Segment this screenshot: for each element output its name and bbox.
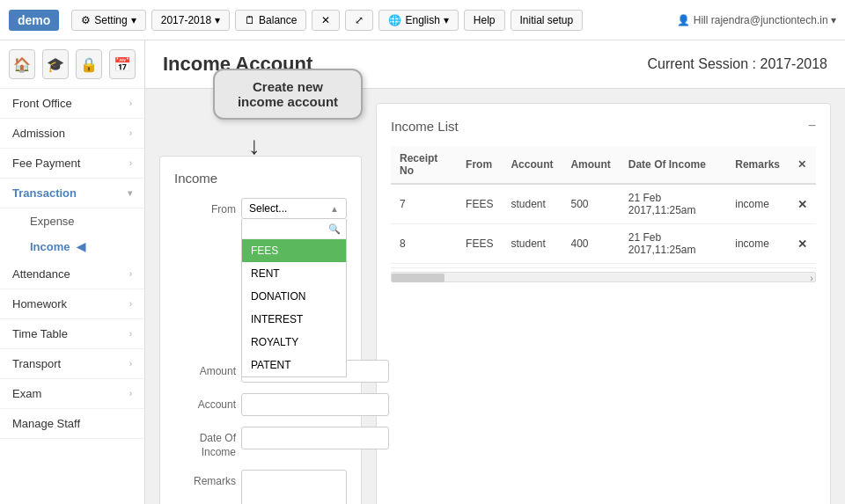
user-icon: 👤 bbox=[677, 14, 690, 26]
dropdown-search-input[interactable] bbox=[247, 223, 328, 235]
sidebar-item-homework[interactable]: Homework › bbox=[0, 289, 144, 319]
sidebar-item-transaction[interactable]: Transaction ▾ bbox=[0, 179, 144, 208]
option-royalty[interactable]: ROYALTY bbox=[242, 331, 346, 354]
cell-remarks: income bbox=[726, 224, 789, 264]
sidebar-item-attendance[interactable]: Attendance › bbox=[0, 259, 144, 289]
dropdown-menu: 🔍 FEES RENT DONATION INTEREST ROYALTY PA… bbox=[241, 219, 347, 377]
main-layout: 🏠 🎓 🔒 📅 Front Office › Admission › Fee P… bbox=[0, 40, 845, 504]
chevron-up-icon: ▲ bbox=[330, 204, 339, 214]
option-rent[interactable]: RENT bbox=[242, 262, 346, 285]
from-dropdown[interactable]: ▲ 🔍 FEES RENT DONATION INTEREST ROYALTY bbox=[241, 198, 347, 219]
lock-icon[interactable]: 🔒 bbox=[76, 49, 102, 79]
col-delete: ✕ bbox=[789, 146, 816, 184]
col-amount: Amount bbox=[562, 146, 619, 184]
sidebar-item-fee-payment[interactable]: Fee Payment › bbox=[0, 149, 144, 179]
cell-receipt_no: 8 bbox=[391, 224, 457, 264]
initial-setup-button[interactable]: Initial setup bbox=[511, 10, 584, 31]
chevron-down-icon: ▾ bbox=[215, 14, 220, 26]
sidebar-item-timetable[interactable]: Time Table › bbox=[0, 319, 144, 349]
language-button[interactable]: 🌐 English ▾ bbox=[378, 10, 458, 31]
account-label: Account bbox=[174, 393, 236, 411]
col-receipt-no: Receipt No bbox=[391, 146, 457, 184]
cell-receipt_no: 7 bbox=[391, 184, 457, 224]
option-fees[interactable]: FEES bbox=[242, 239, 346, 262]
delete-button[interactable]: ✕ bbox=[789, 224, 816, 264]
sidebar-sub-item-expense[interactable]: Expense bbox=[18, 208, 144, 234]
income-table: Receipt No From Account Amount Date Of I… bbox=[391, 146, 816, 264]
chevron-right-icon: › bbox=[129, 158, 132, 168]
date-row: Date OfIncome bbox=[174, 427, 347, 459]
graduation-icon[interactable]: 🎓 bbox=[42, 49, 69, 79]
chevron-down-icon: ▾ bbox=[131, 14, 136, 26]
form-panel-title: Income bbox=[174, 171, 347, 186]
chevron-down-icon: ▾ bbox=[444, 14, 449, 26]
sidebar-item-manage-staff[interactable]: Manage Staff bbox=[0, 409, 144, 439]
list-panel-header: Income List − bbox=[391, 118, 816, 134]
sidebar-item-front-office[interactable]: Front Office › bbox=[0, 89, 144, 119]
date-input[interactable] bbox=[241, 427, 389, 449]
dropdown-trigger[interactable]: ▲ bbox=[241, 198, 347, 219]
minimize-button[interactable]: − bbox=[808, 118, 816, 134]
close-button[interactable]: ✕ bbox=[312, 10, 340, 31]
chevron-right-icon: › bbox=[129, 359, 132, 369]
home-icon[interactable]: 🏠 bbox=[9, 49, 35, 79]
logo: demo bbox=[9, 10, 59, 31]
balance-icon: 🗒 bbox=[245, 14, 255, 26]
sidebar-item-transport[interactable]: Transport › bbox=[0, 349, 144, 379]
sidebar-sub-item-income[interactable]: Income ◀ bbox=[18, 234, 144, 259]
list-panel-title: Income List bbox=[391, 119, 459, 134]
delete-button[interactable]: ✕ bbox=[789, 184, 816, 224]
expand-button[interactable]: ⤢ bbox=[345, 10, 373, 31]
dropdown-search-row: 🔍 bbox=[242, 219, 346, 239]
account-row: Account bbox=[174, 393, 347, 416]
topbar: demo ⚙ Setting ▾ 2017-2018 ▾ 🗒 Balance ✕… bbox=[0, 0, 845, 40]
cell-date: 21 Feb 2017,11:25am bbox=[620, 184, 727, 224]
col-remarks: Remarks bbox=[726, 146, 789, 184]
option-donation[interactable]: DONATION bbox=[242, 285, 346, 308]
transaction-submenu: Expense Income ◀ bbox=[0, 208, 144, 259]
from-search-input[interactable] bbox=[249, 202, 330, 215]
scroll-right-arrow-icon: › bbox=[810, 273, 813, 283]
chevron-right-icon: › bbox=[129, 99, 132, 108]
table-row: 7FEESstudent50021 Feb 2017,11:25amincome… bbox=[391, 184, 816, 224]
scroll-thumb bbox=[392, 274, 445, 282]
from-label: From bbox=[174, 198, 236, 215]
user-info: 👤 Hill rajendra@junctiontech.in ▾ bbox=[677, 14, 836, 26]
date-label: Date OfIncome bbox=[174, 427, 236, 459]
cell-amount: 500 bbox=[562, 184, 619, 224]
main-content: Income Account Current Session : 2017-20… bbox=[145, 40, 845, 504]
cell-date: 21 Feb 2017,11:25am bbox=[620, 224, 727, 264]
amount-label: Amount bbox=[174, 360, 236, 377]
col-from: From bbox=[457, 146, 502, 184]
cell-remarks: income bbox=[726, 184, 789, 224]
remarks-textarea[interactable] bbox=[241, 470, 347, 504]
chevron-down-icon: ▾ bbox=[128, 188, 132, 198]
annotation-bubble: Create new income account bbox=[213, 69, 363, 120]
language-icon: 🌐 bbox=[388, 14, 401, 26]
option-patent[interactable]: PATENT bbox=[242, 354, 346, 376]
sidebar-icon-row: 🏠 🎓 🔒 📅 bbox=[0, 40, 144, 89]
sidebar: 🏠 🎓 🔒 📅 Front Office › Admission › Fee P… bbox=[0, 40, 145, 504]
content-area: Create new income account ↓ Income From … bbox=[145, 89, 845, 504]
chevron-right-icon: › bbox=[129, 329, 132, 339]
arrow-indicator: ◀ bbox=[77, 240, 85, 253]
year-button[interactable]: 2017-2018 ▾ bbox=[151, 10, 230, 31]
settings-button[interactable]: ⚙ Setting ▾ bbox=[71, 10, 145, 31]
sidebar-item-exam[interactable]: Exam › bbox=[0, 379, 144, 409]
account-input[interactable] bbox=[241, 393, 389, 416]
chevron-right-icon: › bbox=[129, 389, 132, 398]
search-icon: 🔍 bbox=[328, 223, 341, 235]
help-button[interactable]: Help bbox=[464, 10, 505, 31]
sidebar-item-admission[interactable]: Admission › bbox=[0, 119, 144, 149]
chevron-right-icon: › bbox=[129, 128, 132, 138]
chevron-down-icon: ▾ bbox=[831, 14, 836, 26]
horizontal-scrollbar[interactable]: › bbox=[391, 272, 816, 282]
calendar-icon[interactable]: 📅 bbox=[109, 49, 136, 79]
chevron-right-icon: › bbox=[129, 269, 132, 279]
balance-button[interactable]: 🗒 Balance bbox=[235, 10, 306, 31]
table-row: 8FEESstudent40021 Feb 2017,11:25amincome… bbox=[391, 224, 816, 264]
income-form-panel: Create new income account ↓ Income From … bbox=[159, 156, 362, 504]
option-interest[interactable]: INTEREST bbox=[242, 308, 346, 331]
annotation-arrow-icon: ↓ bbox=[248, 132, 261, 160]
cell-amount: 400 bbox=[562, 224, 619, 264]
